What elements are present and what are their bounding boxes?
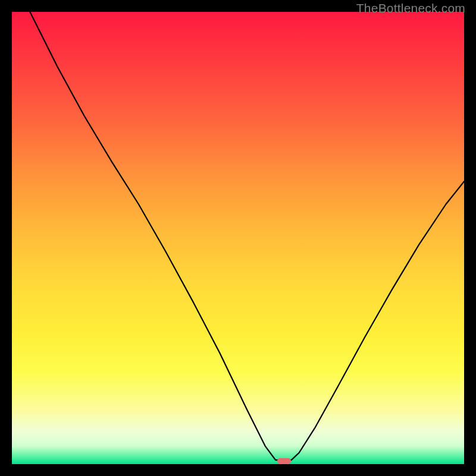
optimal-marker <box>277 458 292 464</box>
bottleneck-curve <box>12 12 464 464</box>
plot-area <box>12 12 464 464</box>
curve-line <box>30 12 464 460</box>
watermark-text: TheBottleneck.com <box>356 1 465 15</box>
chart-frame: TheBottleneck.com <box>0 0 476 476</box>
